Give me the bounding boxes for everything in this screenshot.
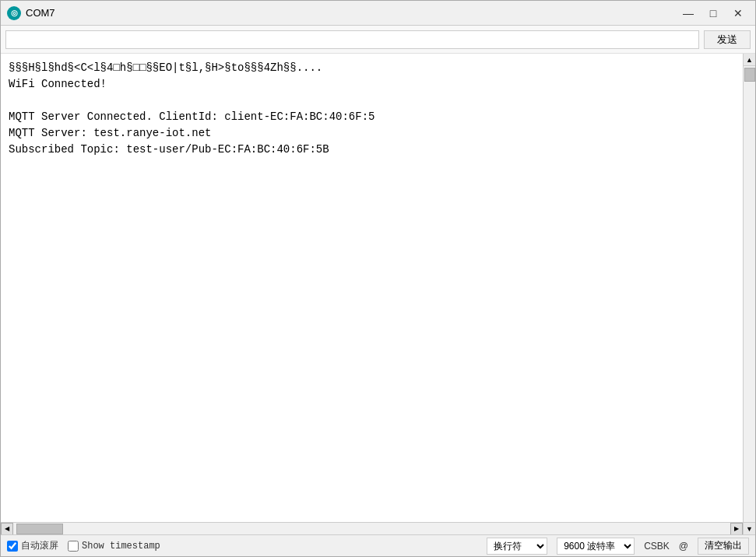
minimize-button[interactable]: — — [677, 4, 699, 23]
v-scroll-track[interactable] — [744, 66, 756, 522]
serial-input[interactable] — [5, 30, 699, 49]
send-button[interactable]: 发送 — [704, 30, 751, 49]
clear-button[interactable]: 清空输出 — [698, 538, 749, 555]
arduino-logo: ◎ — [7, 6, 21, 20]
timestamp-checkbox-container[interactable]: Show timestamp — [68, 541, 160, 552]
timestamp-label: Show timestamp — [82, 541, 160, 552]
autoscroll-label: 自动滚屏 — [21, 539, 58, 552]
h-scroll-thumb[interactable] — [16, 524, 63, 534]
vertical-scrollbar: ▲ ▼ — [743, 54, 755, 534]
maximize-button[interactable]: □ — [702, 4, 724, 23]
app-icon: ◎ — [7, 6, 21, 20]
content-area: §§§H§l§hd§<C<l§4□h§□□§§EO|t§l,§H>§to§§§4… — [1, 54, 755, 534]
main-window: ◎ COM7 — □ ✕ 发送 §§§H§l§hd§<C<l§4□h§□□§§E… — [0, 0, 756, 557]
window-controls: — □ ✕ — [677, 4, 749, 23]
window-title: COM7 — [26, 7, 677, 19]
serial-text: §§§H§l§hd§<C<l§4□h§□□§§EO|t§l,§H>§to§§§4… — [9, 60, 735, 158]
toolbar: 发送 — [1, 26, 755, 54]
main-content: §§§H§l§hd§<C<l§4□h§□□§§EO|t§l,§H>§to§§§4… — [1, 54, 743, 534]
close-button[interactable]: ✕ — [727, 4, 749, 23]
line-ending-select[interactable]: 换行符 无行尾 回车符 NL & CR — [487, 538, 547, 555]
status-bar: 自动滚屏 Show timestamp 换行符 无行尾 回车符 NL & CR … — [1, 534, 755, 556]
baud-rate-select[interactable]: 300 1200 2400 4800 9600 波特率 19200 38400 … — [557, 538, 635, 555]
serial-output[interactable]: §§§H§l§hd§<C<l§4□h§□□§§EO|t§l,§H>§to§§§4… — [1, 54, 743, 522]
at-symbol: @ — [679, 541, 688, 552]
v-scroll-thumb[interactable] — [744, 68, 755, 82]
scroll-right-button[interactable]: ▶ — [730, 523, 743, 535]
scroll-down-button[interactable]: ▼ — [744, 522, 756, 534]
autoscroll-checkbox[interactable] — [7, 541, 18, 552]
scroll-up-button[interactable]: ▲ — [744, 54, 756, 66]
autoscroll-checkbox-container[interactable]: 自动滚屏 — [7, 539, 58, 552]
encoding-label: CSBK — [644, 541, 670, 552]
timestamp-checkbox[interactable] — [68, 541, 79, 552]
h-scroll-track[interactable] — [13, 523, 730, 535]
horizontal-scrollbar: ◀ ▶ — [1, 522, 743, 534]
scroll-left-button[interactable]: ◀ — [1, 523, 13, 535]
title-bar: ◎ COM7 — □ ✕ — [1, 1, 755, 26]
